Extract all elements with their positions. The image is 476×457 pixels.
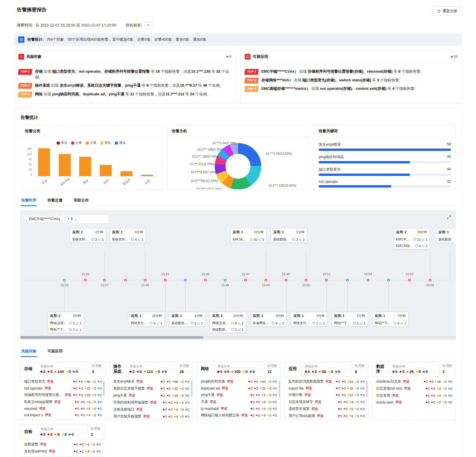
card-scrollbar-thumb[interactable] (366, 381, 367, 397)
timeline-event-card[interactable]: 应用: 110分钟网络支付...51 (129, 312, 165, 326)
metric-row[interactable]: 发生errpt错误罕见005800 (109, 378, 193, 385)
severity-count: 0 (81, 420, 85, 420)
timeline-event-dot[interactable] (408, 279, 411, 281)
timeline-event-card[interactable]: 应用: 11分钟网络支付...11 (291, 312, 327, 326)
timeline-event-card[interactable]: 应用: 210分钟网络|互联...81基础数据...21 (210, 312, 246, 333)
timeline-event-card[interactable]: 应用: 12分钟客服支持...21 (70, 228, 106, 243)
severity-count: 0 (73, 380, 77, 383)
metric-row[interactable]: ping响应时间高罕见004000 (197, 378, 280, 385)
timeline-event-dot[interactable] (164, 279, 167, 281)
metric-row[interactable]: 不通罕见00800 (197, 398, 280, 405)
distribution-label: 等级分布 (392, 364, 437, 369)
metric-row[interactable]: connection a罕见00400 (20, 418, 105, 420)
metric-row[interactable]: 系统日志关键字报警罕见002200 (109, 385, 193, 392)
timeline-event-dot[interactable] (305, 279, 307, 281)
severity-count: 0 (92, 400, 96, 404)
scrollbar-thumb[interactable] (20, 336, 203, 339)
metric-row[interactable]: 没有连接端口罕见00400 (109, 406, 193, 413)
metric-row[interactable]: 日志发现罕见00400 (372, 392, 456, 399)
timeline-event-dot[interactable] (325, 279, 328, 281)
metric-row[interactable]: 日志发现not exis罕见00400 (372, 385, 456, 392)
metric-row[interactable]: 端口类型变为罕见004000 (20, 378, 105, 385)
metric-row[interactable]: ip reachabil罕见00400 (197, 405, 280, 412)
timeline-event-dot[interactable] (63, 279, 66, 281)
keyword-item: ping响应时间高40 (319, 153, 451, 165)
timeline-event-dot[interactable] (264, 279, 267, 281)
metric-row[interactable]: 网络端口输入错包数过高罕见00400 (197, 412, 280, 419)
metric-row[interactable]: 用户占用cpu超限罕见00600 (285, 412, 368, 419)
timeline-time-label: 15:45 (202, 272, 210, 276)
metric-row[interactable]: 中继中断罕见001000 (285, 391, 368, 398)
metric-row[interactable]: export file罕见001000 (285, 385, 368, 391)
timeline-event-dot[interactable] (387, 279, 390, 281)
metric-severity-counts: 00400 (161, 401, 189, 404)
timeline-event-dot[interactable] (285, 279, 287, 281)
severity-count: 0 (98, 393, 102, 397)
timeline-event-card[interactable]: 应用: 16分钟客服支持...41 (110, 228, 146, 243)
metric-severity-counts: 004000 (71, 380, 102, 383)
timeline-event-card[interactable]: 应用: 12分钟存储网络...62 (251, 312, 287, 326)
event-app-row: 网络|**下...21 (332, 320, 367, 326)
metric-row[interactable]: 当前值warning罕见00400 (20, 448, 104, 455)
metric-row[interactable]: 私有云netapp报警罕见00400 (20, 398, 105, 405)
metric-row[interactable]: 自检报警罕见00400 (20, 441, 104, 448)
metric-row[interactable]: not operatio罕见003200 (20, 385, 105, 391)
timeline-event-dot[interactable] (429, 279, 431, 281)
distribution-label: 等级分布 (40, 427, 85, 431)
timeline-connector (306, 251, 306, 280)
timeline-event-dot[interactable] (244, 279, 247, 281)
timeline-event-dot[interactable] (224, 279, 226, 281)
timeline-event-dot[interactable] (204, 279, 207, 281)
severity-count: 4 (437, 387, 441, 390)
metric-row[interactable]: returned罕见00600 (20, 405, 105, 412)
timeline-event-dot[interactable] (84, 279, 87, 281)
timeline-event-dot[interactable] (367, 279, 369, 281)
metric-row[interactable]: flapping det罕见00400 (197, 419, 280, 420)
timeline-event-dot[interactable] (144, 279, 147, 281)
metric-row[interactable]: ping不通罕见001800 (109, 392, 193, 399)
timeline-event-card[interactable]: 应用: 11分钟基础数据...21 (169, 312, 205, 326)
metric-row[interactable]: oraclerac日志发罕见001600 (372, 378, 456, 385)
metric-row[interactable]: 存储柜序列号报警位置报警罕见002600 (20, 391, 105, 398)
tab-告警总量[interactable]: 告警总量 (47, 196, 63, 206)
app-count-label: 应用数 (91, 426, 102, 431)
severity-count: 0 (81, 413, 85, 417)
metric-row[interactable]: oracle alert罕见00200 (372, 399, 456, 405)
timeline-event-card[interactable]: 应用: 22分钟网络|互联...21网络|**下...21 (48, 312, 84, 333)
metric-row[interactable]: etl任务尚未完成罕见00200 (285, 419, 368, 420)
card-scrollbar-thumb[interactable] (279, 381, 280, 397)
card-scrollbar-thumb[interactable] (103, 381, 104, 397)
donut-chart: 10.***1.35(24.63%)10.1***.135(15.94%)11.… (172, 140, 304, 190)
timeline-event-card[interactable]: 应用: 1基础数据 (436, 228, 456, 243)
tab-告警时序[interactable]: 告警时序 (21, 196, 37, 206)
timeline-event-card[interactable]: 应用: 11分钟网络|**下...21 (332, 312, 368, 326)
reanalyze-button[interactable]: 重新分析 (433, 6, 462, 16)
top-item: TOP 3EMC高端存储*******metrix） 出现 not operat… (245, 86, 458, 92)
timeline-event-dot[interactable] (103, 279, 106, 281)
tab-风险对象[interactable]: 风险对象 (21, 347, 37, 357)
timeline-event-dot[interactable] (346, 279, 349, 281)
severity-count: 4 (174, 408, 178, 411)
metric-row[interactable]: not impact s罕见00400 (20, 412, 105, 418)
timeline-event-dot[interactable] (124, 279, 127, 281)
metric-row[interactable]: duplicate ad罕见002200 (197, 385, 280, 391)
timeline-event-card[interactable]: 应用: 17分钟网络|**下...41 (372, 312, 408, 326)
metric-row[interactable]: 日志发现关键字罕见00400 (285, 398, 368, 405)
metric-label: 日志发现not exis (376, 386, 402, 391)
tab-等级分布[interactable]: 等级分布 (73, 196, 89, 206)
tab-可疑应用[interactable]: 可疑应用 (47, 347, 63, 357)
severity-distribution: 0011400 (129, 369, 174, 374)
metric-row[interactable]: 可用内存利用率低报警罕见00400 (109, 399, 193, 406)
timeline-time-label: 15:48 (262, 283, 270, 287)
metric-row[interactable]: 进程异常报警罕见00600 (285, 405, 368, 412)
timeline-event-card[interactable]: 应用: 210分钟EMC中...131EMC高端...42 (394, 228, 430, 249)
timeline-event-dot[interactable] (184, 279, 187, 281)
metric-row[interactable]: 用户登陆失败报警罕见00400 (109, 413, 193, 420)
add-tag-button[interactable]: + (144, 22, 152, 28)
metric-row[interactable]: 队列积压消息数高报警罕见001600 (285, 378, 368, 385)
rare-badge: 罕见 (39, 406, 45, 411)
timeline-event-card[interactable]: 应用: 11分钟基础数据...21 (271, 228, 307, 243)
card-scrollbar-thumb[interactable] (191, 381, 192, 397)
metric-row[interactable]: ping不通罕见00600 (197, 391, 280, 398)
timeline-event-card[interactable]: 应用: 110分钟EMC高...303 (230, 228, 267, 243)
